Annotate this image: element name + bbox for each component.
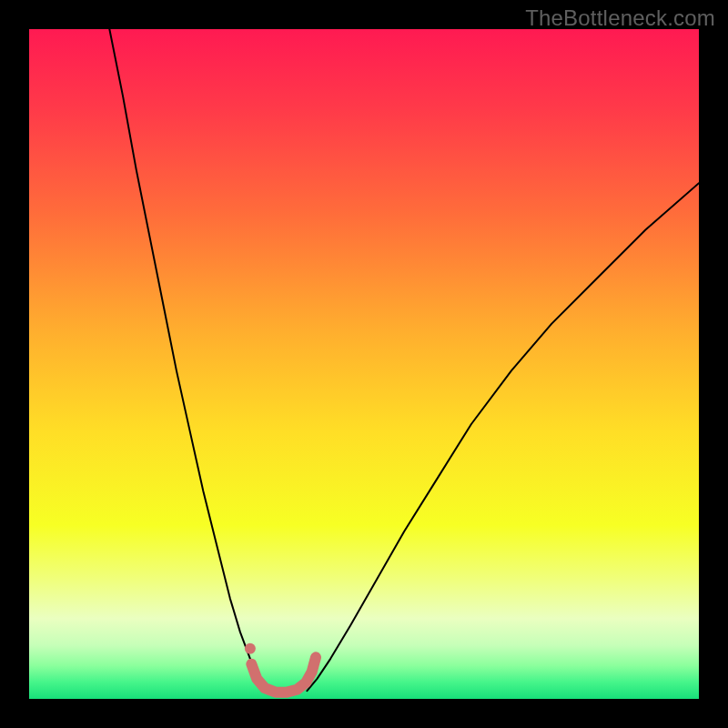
chart-frame: TheBottleneck.com [0,0,728,728]
curve-layer [29,29,699,699]
series-right-branch [307,183,699,691]
series-bottom-blob-dot [245,643,256,654]
series-left-branch [109,29,262,691]
watermark-text: TheBottleneck.com [525,5,715,31]
series-bottom-blob-outline [251,657,316,692]
plot-area [29,29,699,699]
